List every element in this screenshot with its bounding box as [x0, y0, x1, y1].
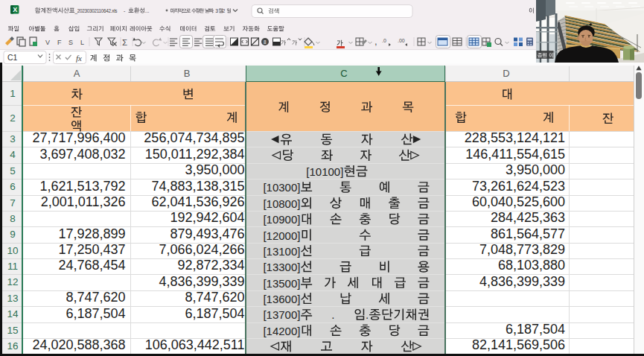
svg-text:[14200]: [14200]	[263, 325, 300, 337]
svg-text:.: .	[366, 308, 369, 321]
svg-text:Σ: Σ	[122, 38, 127, 47]
svg-text:[13500]: [13500]	[263, 277, 300, 290]
svg-text:[13600]: [13600]	[263, 293, 300, 305]
svg-text:: 3: : 3	[213, 8, 219, 13]
svg-text:V: V	[45, 39, 50, 46]
svg-text:_20230302110642.xls: _20230302110642.xls	[74, 8, 118, 14]
svg-text:F: F	[57, 39, 62, 46]
svg-text:[13100]: [13100]	[263, 245, 300, 258]
svg-text:[13300]: [13300]	[263, 261, 300, 273]
svg-text:.: .	[331, 308, 334, 321]
svg-text:[10100]: [10100]	[306, 165, 343, 178]
svg-text:L: L	[80, 39, 84, 46]
svg-text:...: ...	[145, 8, 150, 13]
svg-text:[13700]: [13700]	[263, 308, 300, 321]
svg-text:[10800]: [10800]	[263, 197, 300, 210]
svg-text:S: S	[68, 39, 73, 46]
svg-text:8: 8	[264, 39, 267, 45]
svg-text:X: X	[13, 6, 17, 13]
svg-text:[12000]: [12000]	[263, 229, 300, 242]
svg-text:2: 2	[223, 8, 226, 13]
svg-text:,: ,	[374, 36, 377, 47]
svg-text:[10900]: [10900]	[263, 213, 300, 226]
svg-text:[10300]: [10300]	[263, 181, 300, 194]
svg-text:.0: .0	[382, 38, 386, 43]
svg-text:C1: C1	[7, 53, 18, 62]
svg-text:-: -	[124, 8, 126, 13]
svg-text:fx: fx	[76, 54, 82, 63]
svg-text:.00: .00	[398, 38, 405, 43]
